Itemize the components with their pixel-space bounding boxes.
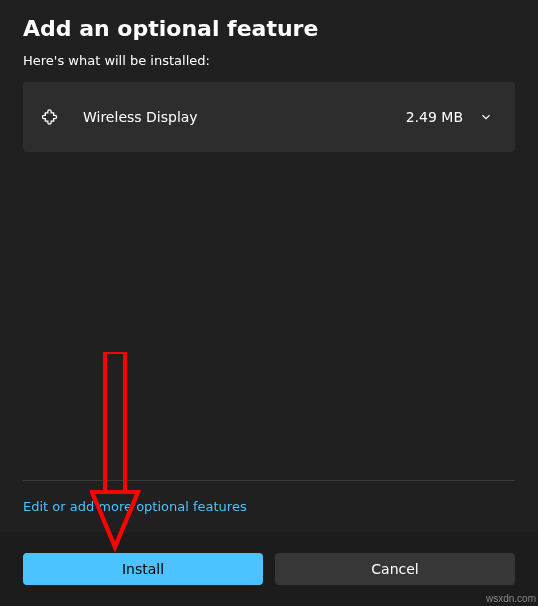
dialog-subtitle: Here's what will be installed: — [23, 53, 515, 68]
watermark: wsxdn.com — [486, 593, 536, 604]
feature-row[interactable]: Wireless Display 2.49 MB — [23, 82, 515, 152]
divider — [23, 480, 515, 481]
feature-size: 2.49 MB — [406, 109, 463, 125]
cancel-button[interactable]: Cancel — [275, 553, 515, 585]
dialog-title: Add an optional feature — [23, 16, 515, 41]
puzzle-icon — [41, 106, 63, 128]
button-bar: Install Cancel — [0, 532, 538, 606]
chevron-down-icon — [479, 110, 493, 124]
feature-name: Wireless Display — [83, 109, 406, 125]
edit-add-more-link[interactable]: Edit or add more optional features — [23, 499, 515, 514]
install-button[interactable]: Install — [23, 553, 263, 585]
